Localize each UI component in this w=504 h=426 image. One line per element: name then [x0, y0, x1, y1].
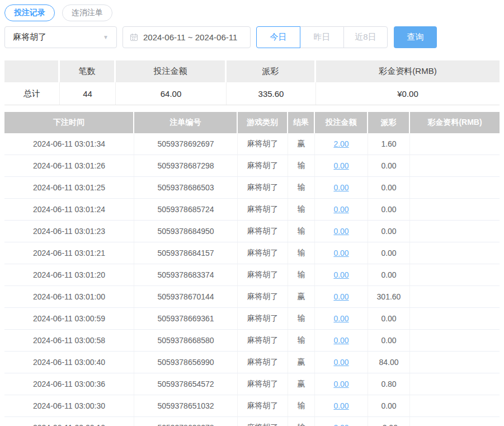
summary-total-bonus: ¥0.00	[316, 82, 500, 105]
summary-header-bet-amount: 投注金额	[116, 60, 227, 82]
summary-header-payout: 派彩	[227, 60, 316, 82]
cell-order-number: 5059378692697	[134, 133, 238, 155]
chevron-down-icon: ▼	[103, 35, 109, 40]
cell-result: 输	[288, 221, 315, 242]
bet-amount-link[interactable]: 0.00	[333, 227, 348, 236]
cell-bonus	[410, 177, 500, 198]
cell-payout: 0.00	[368, 199, 410, 220]
bet-amount-link[interactable]: 0.00	[333, 249, 348, 258]
cell-game-type: 麻将胡了	[238, 242, 288, 264]
cell-game-type: 麻将胡了	[238, 177, 288, 198]
summary-total-label: 总计	[4, 82, 60, 105]
cell-game-type: 麻将胡了	[238, 199, 288, 220]
cell-payout: 84.00	[368, 352, 410, 373]
table-row: 2024-06-11 03:00:58 5059378668580 麻将胡了 输…	[4, 330, 500, 352]
cell-result: 输	[288, 199, 315, 220]
cell-bonus	[410, 417, 500, 426]
bet-amount-link[interactable]: 0.00	[333, 292, 348, 301]
cell-bet-time: 2024-06-11 03:01:26	[4, 155, 134, 176]
bet-amount-link[interactable]: 0.00	[333, 358, 348, 367]
cell-payout: 301.60	[368, 286, 410, 307]
cell-order-number: 5059378670144	[134, 286, 238, 307]
table-row: 2024-06-11 03:01:00 5059378670144 麻将胡了 赢…	[4, 286, 500, 308]
cell-bet-time: 2024-06-11 03:00:59	[4, 308, 134, 329]
cell-game-type: 麻将胡了	[238, 308, 288, 329]
cell-bet-time: 2024-06-11 03:01:23	[4, 221, 134, 242]
cell-result: 输	[288, 417, 315, 426]
tab-cancelled-orders[interactable]: 连消注单	[62, 4, 112, 21]
bet-amount-link[interactable]: 0.00	[333, 161, 348, 170]
bet-amount-link[interactable]: 2.00	[333, 423, 348, 426]
cell-payout: 0.00	[368, 242, 410, 264]
filter-bar: 麻将胡了 ▼ 2024-06-11 ~ 2024-06-11	[4, 26, 500, 48]
yesterday-button[interactable]: 昨日	[300, 26, 344, 48]
header-bet-time: 下注时间	[4, 112, 134, 133]
today-button[interactable]: 今日	[256, 26, 300, 48]
table-row: 2024-06-11 03:01:23 5059378684950 麻将胡了 输…	[4, 221, 500, 242]
records-table: 下注时间 注单编号 游戏类别 结果 投注金额 派彩 彩金资料(RMB) 2024…	[4, 112, 500, 426]
cell-bet-time: 2024-06-11 03:00:40	[4, 352, 134, 373]
summary-total-count: 44	[60, 82, 116, 105]
cell-result: 输	[288, 264, 315, 285]
cell-payout: 0.80	[368, 373, 410, 395]
date-range-value: 2024-06-11 ~ 2024-06-11	[143, 32, 237, 42]
last-8-days-button[interactable]: 近8日	[343, 26, 388, 48]
bet-amount-link[interactable]: 0.00	[333, 380, 348, 388]
cell-bonus	[410, 286, 500, 307]
table-row: 2024-06-11 03:01:34 5059378692697 麻将胡了 赢…	[4, 133, 500, 155]
bet-amount-link[interactable]: 0.00	[333, 270, 348, 279]
bet-amount-link[interactable]: 0.00	[333, 314, 348, 323]
cell-game-type: 麻将胡了	[238, 155, 288, 176]
cell-order-number: 5059378683374	[134, 264, 238, 285]
table-row: 2024-06-11 03:00:40 5059378656990 麻将胡了 赢…	[4, 352, 500, 373]
tab-betting-records[interactable]: 投注记录	[4, 4, 55, 21]
cell-order-number: 5059378668580	[134, 330, 238, 351]
cell-bet-time: 2024-06-11 03:00:10	[4, 417, 134, 426]
cell-bet-time: 2024-06-11 03:01:00	[4, 286, 134, 307]
betting-records-page: 投注记录 连消注单 麻将胡了 ▼ 2024-	[0, 0, 504, 426]
summary-total-row: 总计 44 64.00 335.60 ¥0.00	[4, 82, 500, 105]
cell-payout: 0.00	[368, 177, 410, 198]
cell-game-type: 麻将胡了	[238, 221, 288, 242]
cell-result: 输	[288, 242, 315, 264]
cell-bonus	[410, 330, 500, 351]
cell-order-number: 5059378686503	[134, 177, 238, 198]
header-order-number: 注单编号	[134, 112, 238, 133]
records-header-row: 下注时间 注单编号 游戏类别 结果 投注金额 派彩 彩金资料(RMB)	[4, 112, 500, 133]
cell-bonus	[410, 352, 500, 373]
cell-result: 输	[288, 330, 315, 351]
game-select[interactable]: 麻将胡了 ▼	[4, 26, 117, 48]
bet-amount-link[interactable]: 0.00	[333, 205, 348, 214]
bet-amount-link[interactable]: 0.00	[333, 183, 348, 192]
cell-payout: 0.00	[368, 330, 410, 351]
cell-bonus	[410, 221, 500, 242]
summary-header-bonus: 彩金资料(RMB)	[316, 60, 500, 82]
cell-game-type: 麻将胡了	[238, 330, 288, 351]
query-button[interactable]: 查询	[394, 26, 437, 48]
cell-payout: 0.00	[368, 308, 410, 329]
cell-bonus	[410, 395, 500, 416]
bet-amount-link[interactable]: 0.00	[333, 401, 348, 410]
top-tabs: 投注记录 连消注单	[4, 4, 500, 21]
cell-game-type: 麻将胡了	[238, 373, 288, 395]
cell-payout: 0.00	[368, 221, 410, 242]
bet-amount-link[interactable]: 2.00	[333, 139, 348, 148]
summary-header-count: 笔数	[60, 60, 116, 82]
cell-order-number: 5059378651032	[134, 395, 238, 416]
cell-bet-time: 2024-06-11 03:00:30	[4, 395, 134, 416]
cell-game-type: 麻将胡了	[238, 286, 288, 307]
calendar-icon	[130, 33, 138, 41]
header-game-type: 游戏类别	[238, 112, 288, 133]
cell-bet-time: 2024-06-11 03:01:24	[4, 199, 134, 220]
table-row: 2024-06-11 03:00:59 5059378669361 麻将胡了 输…	[4, 308, 500, 330]
header-payout: 派彩	[368, 112, 410, 133]
bet-amount-link[interactable]: 0.00	[333, 336, 348, 345]
cell-bet-time: 2024-06-11 03:01:25	[4, 177, 134, 198]
cell-result: 输	[288, 155, 315, 176]
cell-order-number: 5059378687298	[134, 155, 238, 176]
cell-bonus	[410, 155, 500, 176]
cell-order-number: 5059378685724	[134, 199, 238, 220]
table-row: 2024-06-11 03:01:25 5059378686503 麻将胡了 输…	[4, 177, 500, 199]
cell-bet-time: 2024-06-11 03:01:21	[4, 242, 134, 264]
date-range-input[interactable]: 2024-06-11 ~ 2024-06-11	[123, 26, 251, 48]
